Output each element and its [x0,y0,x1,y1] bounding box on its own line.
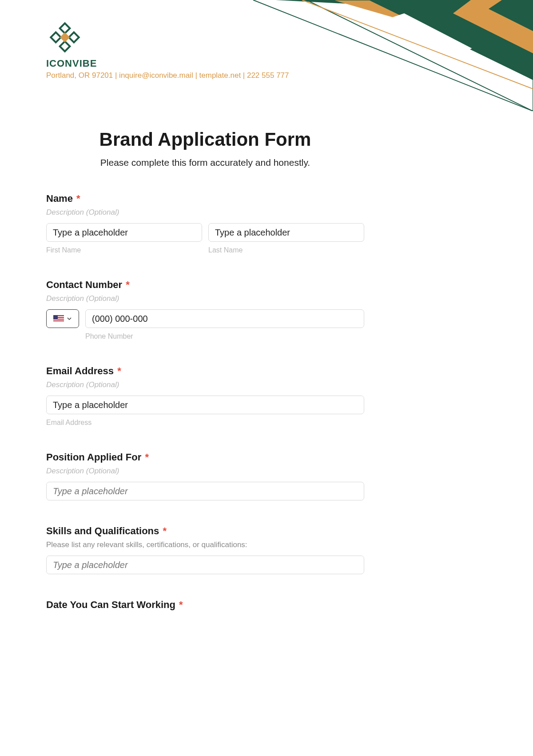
form: Brand Application Form Please complete t… [46,129,364,614]
label-text: Skills and Qualifications [46,525,159,536]
field-skills-desc: Please list any relevant skills, certifi… [46,540,364,549]
logo-block: ICONVIBE Portland, OR 97201 | inquire@ic… [46,20,289,80]
field-start-date: Date You Can Start Working * [46,599,364,611]
svg-marker-2 [369,0,533,80]
svg-marker-0 [275,0,533,13]
svg-rect-15 [60,32,70,43]
svg-rect-14 [60,41,70,52]
field-position: Position Applied For * Description (Opti… [46,452,364,500]
required-star: * [117,365,121,376]
last-name-input[interactable] [208,223,364,242]
brand-name: ICONVIBE [46,58,97,69]
chevron-down-icon [67,316,72,321]
field-position-label: Position Applied For * [46,452,364,463]
field-email-desc: Description (Optional) [46,380,364,389]
field-email-label: Email Address * [46,365,364,377]
label-text: Email Address [46,365,114,376]
svg-marker-6 [404,0,533,80]
field-position-desc: Description (Optional) [46,467,364,476]
header: ICONVIBE Portland, OR 97201 | inquire@ic… [46,20,289,80]
svg-marker-1 [333,0,533,58]
svg-line-10 [302,0,533,89]
svg-marker-4 [391,0,533,53]
last-name-sublabel: Last Name [208,246,364,254]
phone-number-sublabel: Phone Number [85,332,364,340]
field-skills: Skills and Qualifications * Please list … [46,525,364,574]
svg-marker-7 [453,0,533,53]
svg-marker-8 [489,0,533,31]
field-contact-label: Contact Number * [46,279,364,291]
field-contact-desc: Description (Optional) [46,294,364,303]
svg-marker-3 [306,0,533,111]
first-name-input[interactable] [46,223,202,242]
skills-input[interactable] [46,556,364,574]
email-sublabel: Email Address [46,419,364,427]
svg-rect-12 [69,32,79,43]
label-text: Position Applied For [46,452,141,463]
position-input[interactable] [46,482,364,500]
field-name-desc: Description (Optional) [46,208,364,217]
country-code-select[interactable] [46,309,79,328]
field-skills-label: Skills and Qualifications * [46,525,364,537]
email-input[interactable] [46,396,364,414]
field-contact-number: Contact Number * Description (Optional) … [46,279,364,340]
required-star: * [145,452,149,463]
label-text: Date You Can Start Working [46,599,175,610]
svg-rect-11 [60,23,70,33]
logo-icon [47,20,83,55]
label-text: Name [46,193,73,204]
required-star: * [76,193,80,204]
svg-line-9 [253,0,533,111]
required-star: * [126,279,130,290]
field-name: Name * Description (Optional) First Name… [46,193,364,254]
form-title: Brand Application Form [46,129,364,150]
svg-rect-13 [51,32,61,43]
required-star: * [179,599,183,610]
field-start-date-label: Date You Can Start Working * [46,599,364,611]
field-email: Email Address * Description (Optional) E… [46,365,364,427]
phone-number-input[interactable] [85,309,364,328]
required-star: * [163,525,167,536]
brand-contact-line: Portland, OR 97201 | inquire@iconvibe.ma… [46,71,289,80]
form-subtitle: Please complete this form accurately and… [46,157,364,168]
field-name-label: Name * [46,193,364,204]
label-text: Contact Number [46,279,122,290]
us-flag-icon [53,315,64,322]
first-name-sublabel: First Name [46,246,202,254]
